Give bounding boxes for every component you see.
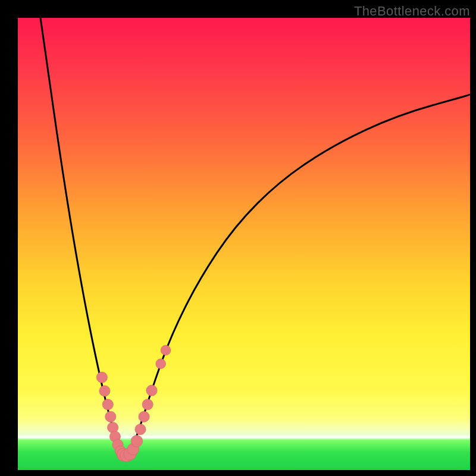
chart-stage: TheBottleneck.com <box>0 0 476 476</box>
chart-svg <box>18 18 470 470</box>
data-marker <box>96 372 107 383</box>
data-marker <box>99 386 110 396</box>
watermark-text: TheBottleneck.com <box>354 4 470 19</box>
data-marker <box>156 359 166 369</box>
data-marker <box>105 411 116 422</box>
curve-left-branch <box>40 18 125 456</box>
data-marker <box>142 399 153 410</box>
data-marker <box>135 424 146 434</box>
data-marker <box>139 411 149 422</box>
data-marker <box>161 345 171 355</box>
plot-area <box>18 18 470 470</box>
data-marker <box>102 399 113 410</box>
data-marker <box>146 385 157 396</box>
data-marker <box>131 435 143 447</box>
curve-right-branch <box>125 95 470 455</box>
marker-group <box>96 345 171 462</box>
